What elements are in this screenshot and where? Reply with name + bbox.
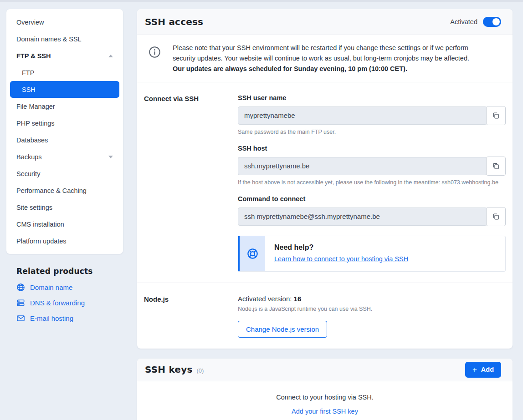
sidebar-item-label: Domain names & SSL bbox=[16, 35, 82, 43]
notice-text: Please note that your SSH environment wi… bbox=[173, 43, 485, 74]
copy-host-button[interactable] bbox=[486, 157, 506, 176]
info-icon bbox=[149, 46, 161, 58]
field-help: If the host above is not accessible yet,… bbox=[238, 179, 506, 186]
nodejs-version-value: 16 bbox=[294, 295, 302, 303]
sidebar-item-ftp[interactable]: FTP bbox=[10, 64, 119, 81]
ssh-username-input[interactable] bbox=[238, 106, 487, 125]
page-layout: Overview Domain names & SSL FTP & SSH FT… bbox=[0, 2, 523, 420]
related-link-label: DNS & forwarding bbox=[30, 299, 85, 307]
help-box-icon-cell bbox=[240, 236, 265, 271]
ssh-keys-title: SSH keys bbox=[145, 364, 192, 375]
section-title: Node.js bbox=[144, 295, 238, 338]
chevron-down-icon bbox=[108, 156, 113, 158]
sidebar-item-site-settings[interactable]: Site settings bbox=[10, 199, 119, 216]
sidebar-item-label: SSH bbox=[22, 86, 36, 93]
sidebar-item-label: File Manager bbox=[16, 103, 55, 110]
sidebar-item-label: Security bbox=[16, 170, 40, 177]
sidebar-item-label: FTP & SSH bbox=[16, 52, 51, 60]
add-first-ssh-key-link[interactable]: Add your first SSH key bbox=[292, 408, 358, 415]
globe-icon bbox=[16, 283, 25, 292]
related-link-label: E-mail hosting bbox=[30, 314, 73, 322]
related-link-domain-name[interactable]: Domain name bbox=[16, 283, 123, 292]
input-row bbox=[238, 207, 506, 226]
add-ssh-key-button[interactable]: + Add bbox=[465, 362, 501, 378]
sidebar-item-security[interactable]: Security bbox=[10, 165, 119, 182]
copy-icon bbox=[492, 213, 500, 220]
field-label: SSH host bbox=[238, 145, 506, 152]
add-button-label: Add bbox=[481, 366, 494, 373]
plus-icon: + bbox=[472, 366, 477, 374]
input-row bbox=[238, 106, 506, 125]
sidebar-item-label: Overview bbox=[16, 19, 44, 26]
nodejs-version-line: Activated version: 16 bbox=[238, 295, 506, 303]
sidebar-item-label: Site settings bbox=[16, 204, 52, 211]
sidebar-item-label: Performance & Caching bbox=[16, 187, 87, 194]
notice-body: Please note that your SSH environment wi… bbox=[173, 44, 469, 62]
lifebuoy-icon bbox=[246, 248, 259, 260]
sidebar-item-label: FTP bbox=[22, 69, 34, 76]
ssh-keys-empty-state: Connect to your hosting via SSH. Add you… bbox=[137, 381, 513, 420]
nodejs-section: Node.js Activated version: 16 Node.js is… bbox=[137, 283, 513, 349]
ssh-activated-toggle-wrap: Activated bbox=[450, 17, 501, 27]
ssh-help-link[interactable]: Learn how to connect to your hosting via… bbox=[274, 255, 408, 263]
help-box-body: Need help? Learn how to connect to your … bbox=[265, 236, 417, 271]
ssh-access-header: SSH access Activated bbox=[137, 9, 513, 35]
ssh-keys-panel: SSH keys (0) + Add Connect to your hosti… bbox=[137, 359, 513, 420]
ssh-keys-header: SSH keys (0) + Add bbox=[137, 359, 513, 381]
sidebar-nav-card: Overview Domain names & SSL FTP & SSH FT… bbox=[6, 9, 123, 254]
sidebar-item-ssh[interactable]: SSH bbox=[10, 81, 119, 98]
related-link-email-hosting[interactable]: E-mail hosting bbox=[16, 314, 123, 323]
copy-icon bbox=[492, 162, 500, 170]
ssh-command-input[interactable] bbox=[238, 207, 487, 226]
ssh-access-panel: SSH access Activated Please note that yo… bbox=[137, 9, 513, 349]
nodejs-description: Node.js is a JavaScript runtime you can … bbox=[238, 306, 506, 312]
connect-via-ssh-section: Connect via SSH SSH user name bbox=[137, 82, 513, 283]
sidebar-item-php-settings[interactable]: PHP settings bbox=[10, 115, 119, 132]
nodejs-version-label: Activated version: bbox=[238, 295, 292, 303]
mail-icon bbox=[16, 314, 25, 323]
related-products: Related products Domain name bbox=[16, 267, 123, 323]
sidebar-item-performance-caching[interactable]: Performance & Caching bbox=[10, 182, 119, 199]
sidebar-item-platform-updates[interactable]: Platform updates bbox=[10, 233, 119, 249]
input-row bbox=[238, 157, 506, 176]
ssh-keys-count-badge: (0) bbox=[196, 367, 204, 374]
help-box-title: Need help? bbox=[274, 243, 408, 252]
sidebar-item-label: CMS installation bbox=[16, 221, 64, 228]
sidebar-item-overview[interactable]: Overview bbox=[10, 14, 119, 30]
ssh-command-group: Command to connect bbox=[238, 195, 506, 226]
ssh-keys-title-row: SSH keys (0) bbox=[145, 364, 204, 375]
sidebar-item-ftp-ssh[interactable]: FTP & SSH bbox=[10, 47, 119, 64]
chevron-up-icon bbox=[108, 55, 113, 57]
related-link-label: Domain name bbox=[30, 283, 72, 291]
ssh-keys-empty-text: Connect to your hosting via SSH. bbox=[146, 394, 503, 401]
sidebar-item-domain-names-ssl[interactable]: Domain names & SSL bbox=[10, 30, 119, 47]
sidebar-item-databases[interactable]: Databases bbox=[10, 132, 119, 148]
ssh-username-group: SSH user name Same password as the main … bbox=[238, 94, 506, 135]
change-nodejs-version-button[interactable]: Change Node.js version bbox=[238, 321, 327, 338]
copy-command-button[interactable] bbox=[486, 207, 506, 226]
sidebar-item-label: Databases bbox=[16, 137, 48, 144]
connect-form: SSH user name Same password as the main … bbox=[238, 94, 506, 272]
field-label: Command to connect bbox=[238, 195, 506, 202]
ssh-host-input[interactable] bbox=[238, 157, 487, 175]
sidebar-item-label: Platform updates bbox=[16, 238, 67, 245]
main-content: SSH access Activated Please note that yo… bbox=[137, 9, 513, 420]
toggle-knob bbox=[492, 18, 500, 25]
dns-icon bbox=[16, 299, 25, 307]
sidebar-item-label: PHP settings bbox=[16, 120, 55, 127]
related-link-dns-forwarding[interactable]: DNS & forwarding bbox=[16, 299, 123, 307]
field-help: Same password as the main FTP user. bbox=[238, 129, 506, 135]
copy-username-button[interactable] bbox=[486, 106, 506, 125]
ssh-host-group: SSH host If the host above is not access… bbox=[238, 145, 506, 186]
sidebar-item-cms-installation[interactable]: CMS installation bbox=[10, 216, 119, 233]
copy-icon bbox=[492, 111, 500, 119]
sidebar-item-label: Backups bbox=[16, 153, 42, 161]
ssh-activated-toggle[interactable] bbox=[483, 17, 501, 27]
field-label: SSH user name bbox=[238, 94, 506, 101]
toggle-label: Activated bbox=[450, 18, 477, 25]
sidebar-item-backups[interactable]: Backups bbox=[10, 148, 119, 165]
related-products-title: Related products bbox=[16, 267, 123, 276]
sidebar: Overview Domain names & SSL FTP & SSH FT… bbox=[6, 9, 123, 329]
sidebar-item-file-manager[interactable]: File Manager bbox=[10, 98, 119, 115]
section-title: Connect via SSH bbox=[144, 94, 238, 272]
